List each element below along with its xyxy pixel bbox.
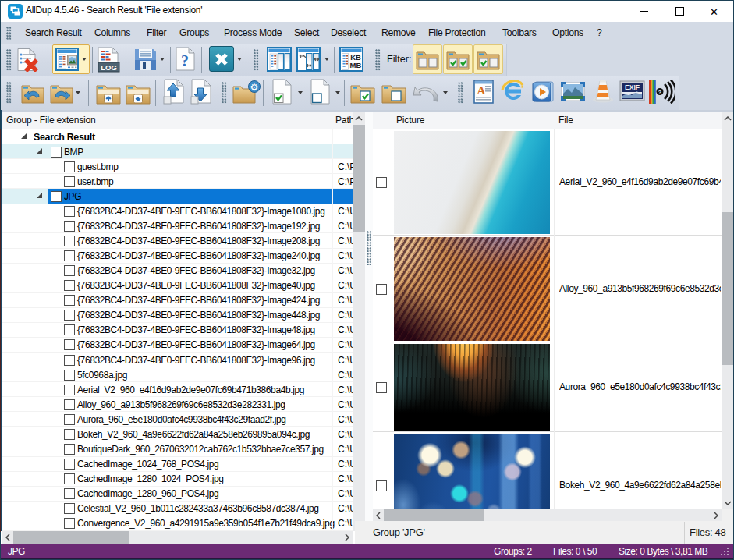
svg-text:MB: MB <box>350 61 362 69</box>
svg-text:⚙: ⚙ <box>250 82 259 93</box>
svg-text:EXIF: EXIF <box>625 83 640 91</box>
svg-text:A: A <box>477 84 486 97</box>
svg-text:?: ? <box>658 90 661 95</box>
svg-text:LOG: LOG <box>101 63 117 72</box>
svg-text:?: ? <box>181 52 189 69</box>
